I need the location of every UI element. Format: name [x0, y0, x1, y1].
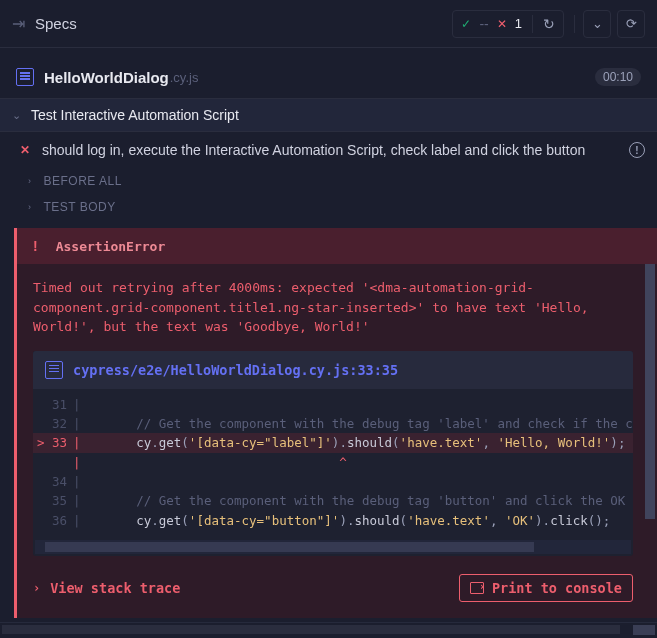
- file-icon: [45, 361, 63, 379]
- code-horizontal-scrollbar[interactable]: [35, 540, 631, 554]
- fail-count: 1: [515, 16, 522, 31]
- code-line: 36| cy.get('[data-cy="button"]').should(…: [33, 511, 633, 530]
- pass-count: --: [479, 16, 488, 32]
- error-type: AssertionError: [56, 239, 166, 254]
- error-actions: › View stack trace Print to console: [33, 574, 653, 602]
- refresh-button[interactable]: ⟳: [617, 10, 645, 38]
- code-panel: cypress/e2e/HelloWorldDialog.cy.js:33:35…: [33, 351, 633, 557]
- before-all-section[interactable]: › BEFORE ALL: [0, 168, 657, 194]
- view-stack-trace-button[interactable]: View stack trace: [50, 580, 180, 596]
- chevron-right-icon: ›: [28, 202, 32, 212]
- code-line: 31|: [33, 395, 633, 414]
- test-body-label: TEST BODY: [44, 200, 116, 214]
- error-message: Timed out retrying after 4000ms: expecte…: [33, 278, 653, 337]
- print-label: Print to console: [492, 580, 622, 596]
- file-header: HelloWorldDialog .cy.js 00:10: [0, 48, 657, 98]
- run-status-pill: ✓ -- ✕ 1 ↻: [452, 10, 564, 38]
- code-file-header[interactable]: cypress/e2e/HelloWorldDialog.cy.js:33:35: [33, 351, 633, 389]
- page-title: Specs: [35, 15, 77, 32]
- panel-horizontal-scrollbar[interactable]: [0, 622, 657, 636]
- test-title: should log in, execute the Interactive A…: [42, 142, 585, 158]
- chevron-right-icon: ›: [33, 581, 40, 595]
- file-icon: [16, 68, 34, 86]
- describe-block[interactable]: ⌄ Test Interactive Automation Script: [0, 98, 657, 132]
- code-line: | ^: [33, 453, 633, 472]
- console-icon: [470, 582, 484, 594]
- error-bang-icon: !: [33, 238, 38, 254]
- code-body: 31| 32| // Get the component with the de…: [33, 389, 633, 537]
- fail-x-icon: ✕: [20, 143, 30, 157]
- info-icon[interactable]: !: [629, 142, 645, 158]
- expand-menu-button[interactable]: ⌄: [583, 10, 611, 38]
- fail-icon: ✕: [497, 17, 507, 31]
- chevron-right-icon: ›: [28, 176, 32, 186]
- code-line: 34|: [33, 472, 633, 491]
- pass-icon: ✓: [461, 17, 471, 31]
- test-body-section[interactable]: › TEST BODY: [0, 194, 657, 220]
- code-line: 35| // Get the component with the debug …: [33, 491, 633, 510]
- reload-icon[interactable]: ↻: [543, 16, 555, 32]
- sidebar-toggle-icon[interactable]: ⇥: [12, 14, 25, 33]
- code-line: 32| // Get the component with the debug …: [33, 414, 633, 433]
- describe-title: Test Interactive Automation Script: [31, 107, 239, 123]
- topbar: ⇥ Specs ✓ -- ✕ 1 ↻ ⌄ ⟳: [0, 0, 657, 48]
- spec-file-name: HelloWorldDialog: [44, 69, 169, 86]
- code-line: > 33| cy.get('[data-cy="label"]').should…: [33, 433, 633, 452]
- vertical-scrollbar[interactable]: [645, 264, 655, 618]
- run-timer: 00:10: [595, 68, 641, 86]
- error-header: ! AssertionError: [14, 228, 657, 264]
- spec-file-ext: .cy.js: [170, 70, 199, 85]
- before-all-label: BEFORE ALL: [44, 174, 122, 188]
- chevron-down-icon: ⌄: [12, 109, 21, 122]
- error-body: Timed out retrying after 4000ms: expecte…: [14, 264, 657, 618]
- test-row[interactable]: ✕ should log in, execute the Interactive…: [0, 132, 657, 168]
- code-file-path: cypress/e2e/HelloWorldDialog.cy.js:33:35: [73, 362, 398, 378]
- print-to-console-button[interactable]: Print to console: [459, 574, 633, 602]
